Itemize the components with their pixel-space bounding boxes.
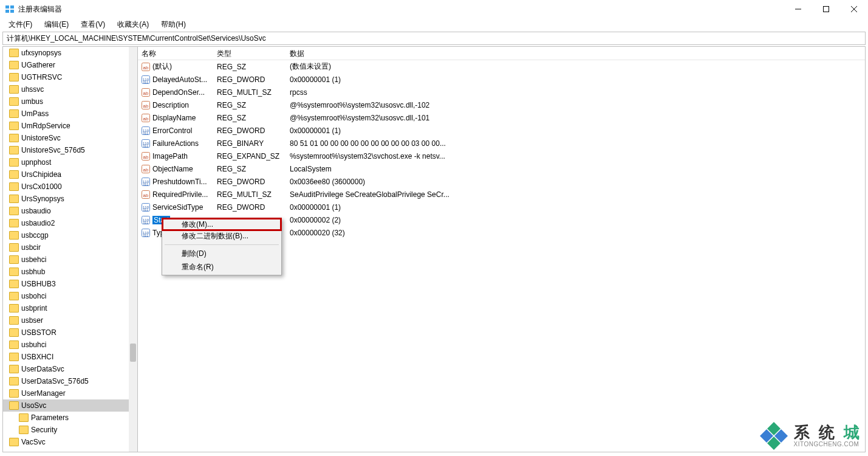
- tree-item[interactable]: usbhub: [3, 266, 129, 278]
- tree-item-label: USBHUB3: [21, 280, 56, 288]
- value-name: Description: [152, 101, 189, 109]
- tree-item[interactable]: UmRdpService: [3, 120, 129, 132]
- tree-item[interactable]: USBXHCI: [3, 351, 129, 363]
- svg-text:011: 011: [143, 208, 149, 212]
- tree-item[interactable]: UserManager: [3, 387, 129, 399]
- context-delete[interactable]: 删除(D): [163, 247, 280, 260]
- address-bar[interactable]: 计算机\HKEY_LOCAL_MACHINE\SYSTEM\CurrentCon…: [2, 32, 866, 45]
- value-type: REG_MULTI_SZ: [213, 190, 286, 199]
- tree-item-label: usbehci: [21, 255, 46, 264]
- tree-item-label: umbus: [21, 97, 43, 106]
- list-row[interactable]: abRequiredPrivile...REG_MULTI_SZSeAuditP…: [138, 188, 865, 201]
- regedit-icon: [5, 4, 15, 14]
- tree-item[interactable]: UGTHRSVC: [3, 71, 129, 83]
- minimize-button[interactable]: [784, 0, 812, 18]
- tree-item[interactable]: usbccgp: [3, 229, 129, 241]
- tree-item[interactable]: usbaudio2: [3, 217, 129, 229]
- tree-item[interactable]: VacSvc: [3, 436, 129, 448]
- tree-item[interactable]: usbehci: [3, 254, 129, 266]
- list-row[interactable]: abObjectNameREG_SZLocalSystem: [138, 162, 865, 175]
- close-button[interactable]: [840, 0, 868, 18]
- value-name: (默认): [152, 61, 172, 72]
- tree-item[interactable]: usbuhci: [3, 339, 129, 351]
- svg-text:ab: ab: [143, 154, 149, 160]
- tree-item-label: usbuhci: [21, 340, 46, 349]
- registry-tree[interactable]: ufxsynopsysUGathererUGTHRSVCuhssvcumbusU…: [3, 47, 138, 452]
- list-header: 名称 类型 数据: [138, 47, 865, 60]
- value-data: 0x00000001 (1): [286, 203, 865, 212]
- tree-item[interactable]: usbaudio: [3, 205, 129, 217]
- tree-item-label: VacSvc: [21, 438, 46, 446]
- scrollbar-thumb[interactable]: [130, 344, 136, 362]
- tree-item[interactable]: upnphost: [3, 156, 129, 168]
- col-name[interactable]: 名称: [138, 47, 213, 60]
- context-rename[interactable]: 重命名(R): [163, 260, 280, 274]
- list-row[interactable]: 110011ServiceSidTypeREG_DWORD0x00000001 …: [138, 201, 865, 213]
- tree-item[interactable]: usbser: [3, 314, 129, 326]
- list-row[interactable]: 110011DelayedAutoSt...REG_DWORD0x0000000…: [138, 73, 865, 86]
- tree-item[interactable]: usbohci: [3, 290, 129, 302]
- list-row[interactable]: abDescriptionREG_SZ@%systemroot%\system3…: [138, 98, 865, 111]
- tree-item[interactable]: usbcir: [3, 241, 129, 254]
- tree-item-label: usbohci: [21, 292, 46, 300]
- tree-item[interactable]: usbprint: [3, 302, 129, 314]
- tree-item[interactable]: UmPass: [3, 108, 129, 120]
- tree-item-label: UnistoreSvc_576d5: [21, 146, 85, 154]
- string-value-icon: ab: [142, 152, 150, 161]
- context-separator: [165, 244, 279, 245]
- list-row[interactable]: ab(默认)REG_SZ(数值未设置): [138, 60, 865, 73]
- context-modify[interactable]: 修改(M)...: [162, 218, 282, 231]
- context-modify-binary[interactable]: 修改二进制数据(B)...: [163, 229, 280, 243]
- col-type[interactable]: 类型: [213, 47, 286, 60]
- menu-file[interactable]: 文件(F): [2, 18, 38, 31]
- menu-help[interactable]: 帮助(H): [155, 18, 192, 31]
- list-row[interactable]: abDisplayNameREG_SZ@%systemroot%\system3…: [138, 111, 865, 124]
- string-value-icon: ab: [142, 114, 150, 122]
- col-data[interactable]: 数据: [286, 47, 865, 60]
- tree-item-label: Security: [31, 426, 57, 434]
- tree-item-label: UsoSvc: [21, 401, 46, 410]
- value-type: REG_DWORD: [213, 126, 286, 135]
- menu-view[interactable]: 查看(V): [75, 18, 111, 31]
- binary-value-icon: 110011: [142, 126, 150, 135]
- tree-item[interactable]: Parameters: [3, 412, 129, 424]
- menu-edit[interactable]: 编辑(E): [38, 18, 75, 31]
- tree-item[interactable]: uhssvc: [3, 83, 129, 95]
- list-row[interactable]: abImagePathREG_EXPAND_SZ%systemroot%\sys…: [138, 150, 865, 162]
- tree-item[interactable]: USBHUB3: [3, 278, 129, 290]
- tree-item[interactable]: Security: [3, 424, 129, 436]
- tree-item[interactable]: UnistoreSvc: [3, 132, 129, 144]
- binary-value-icon: 110011: [142, 229, 150, 237]
- binary-value-icon: 110011: [142, 139, 150, 148]
- tree-item[interactable]: umbus: [3, 95, 129, 108]
- string-value-icon: ab: [142, 190, 150, 199]
- menu-favorites[interactable]: 收藏夹(A): [111, 18, 155, 31]
- tree-item-label: UnistoreSvc: [21, 134, 61, 142]
- list-row[interactable]: abDependOnSer...REG_MULTI_SZrpcss: [138, 86, 865, 98]
- tree-item[interactable]: USBSTOR: [3, 326, 129, 339]
- tree-item[interactable]: UnistoreSvc_576d5: [3, 144, 129, 156]
- value-name: ErrorControl: [152, 126, 192, 135]
- tree-item[interactable]: UrsSynopsys: [3, 193, 129, 205]
- value-type: REG_MULTI_SZ: [213, 88, 286, 97]
- binary-value-icon: 110011: [142, 216, 150, 224]
- tree-scrollbar[interactable]: [129, 47, 137, 452]
- value-type: REG_DWORD: [213, 178, 286, 186]
- tree-item[interactable]: UserDataSvc_576d5: [3, 375, 129, 387]
- binary-value-icon: 110011: [142, 178, 150, 186]
- value-name: PreshutdownTi...: [152, 178, 207, 186]
- tree-item[interactable]: UserDataSvc: [3, 363, 129, 375]
- maximize-button[interactable]: [812, 0, 840, 18]
- titlebar: 注册表编辑器: [0, 0, 868, 18]
- svg-text:ab: ab: [143, 167, 149, 173]
- tree-item[interactable]: UrsChipidea: [3, 168, 129, 181]
- value-data: 0x00000001 (1): [286, 126, 865, 135]
- tree-item[interactable]: UGatherer: [3, 59, 129, 71]
- tree-item[interactable]: UsoSvc: [3, 399, 129, 412]
- list-row[interactable]: 110011PreshutdownTi...REG_DWORD0x0036ee8…: [138, 175, 865, 188]
- list-row[interactable]: 110011ErrorControlREG_DWORD0x00000001 (1…: [138, 124, 865, 137]
- list-row[interactable]: 110011FailureActionsREG_BINARY80 51 01 0…: [138, 137, 865, 150]
- tree-item[interactable]: ufxsynopsys: [3, 47, 129, 59]
- tree-item[interactable]: UrsCx01000: [3, 181, 129, 193]
- tree-item-label: UGatherer: [21, 61, 55, 69]
